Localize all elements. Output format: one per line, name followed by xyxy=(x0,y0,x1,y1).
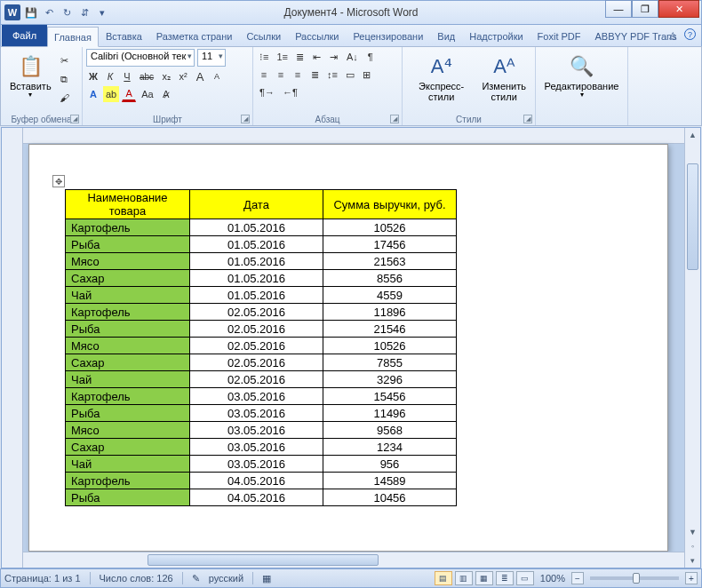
cell-date[interactable]: 01.05.2016 xyxy=(190,253,323,270)
cell-sum[interactable]: 4559 xyxy=(323,287,457,304)
cell-name[interactable]: Мясо xyxy=(66,338,190,354)
cell-sum[interactable]: 21563 xyxy=(323,253,457,270)
shrink-font-button[interactable]: A xyxy=(210,68,224,84)
col-date[interactable]: Дата xyxy=(190,190,323,219)
cell-date[interactable]: 02.05.2016 xyxy=(190,338,323,354)
help-icon[interactable]: ? xyxy=(684,28,696,40)
table-row[interactable]: Картофель01.05.201610526 xyxy=(66,219,457,236)
zoom-slider[interactable] xyxy=(590,576,679,580)
cell-name[interactable]: Рыба xyxy=(66,321,190,338)
borders-button[interactable]: ⊞ xyxy=(360,67,374,83)
cell-date[interactable]: 03.05.2016 xyxy=(190,422,323,439)
cell-sum[interactable]: 1234 xyxy=(323,439,457,456)
cell-sum[interactable]: 7855 xyxy=(323,354,457,371)
data-table[interactable]: Наименование товара Дата Сумма выручки, … xyxy=(65,189,457,506)
tab-review[interactable]: Рецензировани xyxy=(347,26,431,46)
table-row[interactable]: Чай01.05.20164559 xyxy=(66,287,457,304)
page[interactable]: ✥ Наименование товара Дата Сумма выручки… xyxy=(28,144,668,552)
table-row[interactable]: Мясо01.05.201621563 xyxy=(66,253,457,270)
cell-name[interactable]: Рыба xyxy=(66,236,190,253)
minimize-ribbon-icon[interactable]: △ xyxy=(666,28,679,41)
tab-references[interactable]: Ссылки xyxy=(239,26,288,46)
underline-button[interactable]: Ч xyxy=(120,68,134,84)
scroll-thumb-v[interactable] xyxy=(687,163,698,270)
cell-date[interactable]: 04.05.2016 xyxy=(190,489,323,506)
cell-date[interactable]: 02.05.2016 xyxy=(190,371,323,388)
rtl-button[interactable]: ←¶ xyxy=(280,84,300,100)
cell-name[interactable]: Рыба xyxy=(66,489,190,506)
cell-date[interactable]: 02.05.2016 xyxy=(190,354,323,371)
maximize-button[interactable]: ❐ xyxy=(632,0,658,18)
bold-button[interactable]: Ж xyxy=(86,68,100,84)
minimize-button[interactable]: — xyxy=(605,0,632,18)
cell-sum[interactable]: 3296 xyxy=(323,371,457,388)
table-row[interactable]: Сахар02.05.20167855 xyxy=(66,354,457,371)
table-row[interactable]: Мясо02.05.201610526 xyxy=(66,338,457,354)
dec-indent-button[interactable]: ⇤ xyxy=(310,49,324,65)
cell-date[interactable]: 03.05.2016 xyxy=(190,456,323,473)
draft-view-button[interactable]: ▭ xyxy=(516,571,534,585)
cell-name[interactable]: Картофель xyxy=(66,219,190,236)
reading-view-button[interactable]: ▥ xyxy=(455,571,473,585)
cell-sum[interactable]: 10526 xyxy=(323,219,457,236)
sort-button[interactable]: A↓ xyxy=(344,49,361,65)
inc-indent-button[interactable]: ⇥ xyxy=(327,49,341,65)
table-row[interactable]: Рыба04.05.201610456 xyxy=(66,489,457,506)
italic-button[interactable]: К xyxy=(103,68,117,84)
scroll-up-icon[interactable]: ▲ xyxy=(685,128,700,142)
cell-date[interactable]: 01.05.2016 xyxy=(190,270,323,287)
scroll-down-icon[interactable]: ▼ xyxy=(685,525,700,539)
align-center-button[interactable]: ≡ xyxy=(274,67,288,83)
table-row[interactable]: Сахар01.05.20168556 xyxy=(66,270,457,287)
table-row[interactable]: Картофель02.05.201611896 xyxy=(66,304,457,321)
copy-icon[interactable]: ⧉ xyxy=(57,71,72,87)
clear-format-button[interactable]: A̷ xyxy=(159,86,173,102)
zoom-thumb[interactable] xyxy=(633,573,640,584)
prev-page-icon[interactable]: ◦ xyxy=(685,539,700,553)
tab-insert[interactable]: Вставка xyxy=(99,26,149,46)
redo-icon[interactable]: ↻ xyxy=(60,5,74,20)
tab-addins[interactable]: Надстройки xyxy=(462,26,530,46)
tab-foxit[interactable]: Foxit PDF xyxy=(530,26,588,46)
cell-sum[interactable]: 9568 xyxy=(323,422,457,439)
cell-name[interactable]: Чай xyxy=(66,456,190,473)
cell-name[interactable]: Мясо xyxy=(66,422,190,439)
tab-view[interactable]: Вид xyxy=(430,26,462,46)
format-painter-icon[interactable]: 🖌 xyxy=(57,90,72,106)
align-left-button[interactable]: ≡ xyxy=(257,67,271,83)
scroll-thumb-h[interactable] xyxy=(148,554,379,566)
font-name-combo[interactable]: Calibri (Основной тек xyxy=(86,49,195,67)
strike-button[interactable]: abc xyxy=(137,68,156,84)
tab-layout[interactable]: Разметка страни xyxy=(149,26,240,46)
scrollbar-vertical[interactable]: ▲ ▼ ◦ ▾ xyxy=(684,128,700,568)
col-name[interactable]: Наименование товара xyxy=(66,190,190,219)
styles-launcher[interactable]: ◢ xyxy=(523,115,532,123)
macro-icon[interactable]: ▦ xyxy=(262,573,271,584)
change-styles-button[interactable]: Aᴬ Изменить стили xyxy=(476,49,531,106)
subscript-button[interactable]: x₂ xyxy=(159,68,173,84)
cell-date[interactable]: 03.05.2016 xyxy=(190,439,323,456)
qat-dropdown-icon[interactable]: ▾ xyxy=(95,5,109,20)
cell-date[interactable]: 02.05.2016 xyxy=(190,304,323,321)
print-layout-view-button[interactable]: ▤ xyxy=(435,571,452,585)
next-page-icon[interactable]: ▾ xyxy=(685,553,700,568)
shading-button[interactable]: ▭ xyxy=(343,67,357,83)
proofing-icon[interactable]: ✎ xyxy=(192,573,200,584)
web-view-button[interactable]: ▦ xyxy=(475,571,493,585)
close-button[interactable]: ✕ xyxy=(658,0,699,18)
align-right-button[interactable]: ≡ xyxy=(291,67,305,83)
font-color-button[interactable]: A xyxy=(122,86,136,102)
cell-name[interactable]: Сахар xyxy=(66,439,190,456)
cell-name[interactable]: Сахар xyxy=(66,354,190,371)
cell-date[interactable]: 03.05.2016 xyxy=(190,388,323,405)
cell-date[interactable]: 04.05.2016 xyxy=(190,473,323,489)
editing-button[interactable]: 🔍 Редактирование ▾ xyxy=(539,49,624,103)
outline-view-button[interactable]: ≣ xyxy=(496,571,514,585)
cell-name[interactable]: Картофель xyxy=(66,304,190,321)
ltr-button[interactable]: ¶→ xyxy=(257,84,277,100)
table-row[interactable]: Картофель03.05.201615456 xyxy=(66,388,457,405)
quick-styles-button[interactable]: A⁴ Экспресс-стили xyxy=(406,49,476,106)
cell-sum[interactable]: 956 xyxy=(323,456,457,473)
bullets-button[interactable]: ⁝≡ xyxy=(257,49,271,65)
grow-font-button[interactable]: A xyxy=(193,68,207,84)
